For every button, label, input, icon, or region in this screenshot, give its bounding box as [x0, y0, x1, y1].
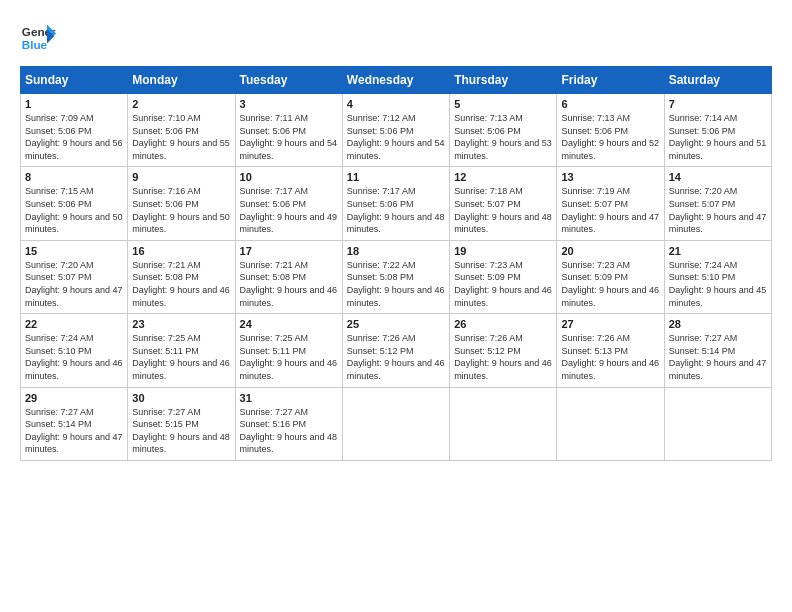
sunrise-label: Sunrise: 7:22 AM — [347, 260, 416, 270]
sunset-label: Sunset: 5:08 PM — [347, 272, 414, 282]
calendar-cell: 12 Sunrise: 7:18 AM Sunset: 5:07 PM Dayl… — [450, 167, 557, 240]
weekday-header-thursday: Thursday — [450, 67, 557, 94]
daylight-label: Daylight: 9 hours and 45 minutes. — [669, 285, 767, 308]
day-info: Sunrise: 7:23 AM Sunset: 5:09 PM Dayligh… — [454, 259, 552, 309]
daylight-label: Daylight: 9 hours and 50 minutes. — [132, 212, 230, 235]
day-info: Sunrise: 7:24 AM Sunset: 5:10 PM Dayligh… — [669, 259, 767, 309]
day-info: Sunrise: 7:11 AM Sunset: 5:06 PM Dayligh… — [240, 112, 338, 162]
sunset-label: Sunset: 5:11 PM — [132, 346, 199, 356]
daylight-label: Daylight: 9 hours and 56 minutes. — [25, 138, 123, 161]
daylight-label: Daylight: 9 hours and 47 minutes. — [25, 285, 123, 308]
sunrise-label: Sunrise: 7:27 AM — [669, 333, 738, 343]
day-number: 6 — [561, 98, 659, 110]
day-number: 19 — [454, 245, 552, 257]
day-number: 15 — [25, 245, 123, 257]
sunset-label: Sunset: 5:07 PM — [25, 272, 92, 282]
calendar-cell: 5 Sunrise: 7:13 AM Sunset: 5:06 PM Dayli… — [450, 94, 557, 167]
daylight-label: Daylight: 9 hours and 51 minutes. — [669, 138, 767, 161]
weekday-header-wednesday: Wednesday — [342, 67, 449, 94]
calendar-cell: 14 Sunrise: 7:20 AM Sunset: 5:07 PM Dayl… — [664, 167, 771, 240]
daylight-label: Daylight: 9 hours and 50 minutes. — [25, 212, 123, 235]
sunrise-label: Sunrise: 7:10 AM — [132, 113, 201, 123]
day-number: 26 — [454, 318, 552, 330]
day-number: 5 — [454, 98, 552, 110]
daylight-label: Daylight: 9 hours and 46 minutes. — [132, 358, 230, 381]
calendar-cell: 21 Sunrise: 7:24 AM Sunset: 5:10 PM Dayl… — [664, 240, 771, 313]
weekday-header-friday: Friday — [557, 67, 664, 94]
day-number: 18 — [347, 245, 445, 257]
sunset-label: Sunset: 5:06 PM — [347, 199, 414, 209]
sunset-label: Sunset: 5:08 PM — [132, 272, 199, 282]
daylight-label: Daylight: 9 hours and 48 minutes. — [132, 432, 230, 455]
day-number: 2 — [132, 98, 230, 110]
sunrise-label: Sunrise: 7:27 AM — [132, 407, 201, 417]
calendar-cell — [342, 387, 449, 460]
day-info: Sunrise: 7:20 AM Sunset: 5:07 PM Dayligh… — [25, 259, 123, 309]
sunset-label: Sunset: 5:06 PM — [240, 199, 307, 209]
daylight-label: Daylight: 9 hours and 48 minutes. — [240, 432, 338, 455]
sunset-label: Sunset: 5:06 PM — [25, 199, 92, 209]
sunset-label: Sunset: 5:06 PM — [454, 126, 521, 136]
day-info: Sunrise: 7:14 AM Sunset: 5:06 PM Dayligh… — [669, 112, 767, 162]
day-info: Sunrise: 7:24 AM Sunset: 5:10 PM Dayligh… — [25, 332, 123, 382]
week-row-4: 22 Sunrise: 7:24 AM Sunset: 5:10 PM Dayl… — [21, 314, 772, 387]
day-info: Sunrise: 7:25 AM Sunset: 5:11 PM Dayligh… — [132, 332, 230, 382]
sunset-label: Sunset: 5:14 PM — [25, 419, 92, 429]
sunrise-label: Sunrise: 7:19 AM — [561, 186, 630, 196]
calendar-cell: 19 Sunrise: 7:23 AM Sunset: 5:09 PM Dayl… — [450, 240, 557, 313]
day-number: 29 — [25, 392, 123, 404]
daylight-label: Daylight: 9 hours and 48 minutes. — [347, 212, 445, 235]
day-info: Sunrise: 7:26 AM Sunset: 5:12 PM Dayligh… — [347, 332, 445, 382]
day-number: 23 — [132, 318, 230, 330]
day-info: Sunrise: 7:25 AM Sunset: 5:11 PM Dayligh… — [240, 332, 338, 382]
calendar-cell: 26 Sunrise: 7:26 AM Sunset: 5:12 PM Dayl… — [450, 314, 557, 387]
weekday-header-tuesday: Tuesday — [235, 67, 342, 94]
sunset-label: Sunset: 5:09 PM — [454, 272, 521, 282]
sunrise-label: Sunrise: 7:14 AM — [669, 113, 738, 123]
calendar-cell — [664, 387, 771, 460]
day-number: 21 — [669, 245, 767, 257]
daylight-label: Daylight: 9 hours and 48 minutes. — [454, 212, 552, 235]
daylight-label: Daylight: 9 hours and 46 minutes. — [347, 358, 445, 381]
calendar-cell: 6 Sunrise: 7:13 AM Sunset: 5:06 PM Dayli… — [557, 94, 664, 167]
day-info: Sunrise: 7:15 AM Sunset: 5:06 PM Dayligh… — [25, 185, 123, 235]
day-info: Sunrise: 7:21 AM Sunset: 5:08 PM Dayligh… — [132, 259, 230, 309]
sunrise-label: Sunrise: 7:27 AM — [240, 407, 309, 417]
day-number: 28 — [669, 318, 767, 330]
sunrise-label: Sunrise: 7:25 AM — [132, 333, 201, 343]
calendar-cell: 13 Sunrise: 7:19 AM Sunset: 5:07 PM Dayl… — [557, 167, 664, 240]
day-info: Sunrise: 7:26 AM Sunset: 5:12 PM Dayligh… — [454, 332, 552, 382]
sunrise-label: Sunrise: 7:25 AM — [240, 333, 309, 343]
day-number: 3 — [240, 98, 338, 110]
day-number: 11 — [347, 171, 445, 183]
day-number: 9 — [132, 171, 230, 183]
sunset-label: Sunset: 5:06 PM — [561, 126, 628, 136]
sunrise-label: Sunrise: 7:15 AM — [25, 186, 94, 196]
calendar-cell — [450, 387, 557, 460]
day-number: 22 — [25, 318, 123, 330]
day-info: Sunrise: 7:13 AM Sunset: 5:06 PM Dayligh… — [454, 112, 552, 162]
calendar-body: 1 Sunrise: 7:09 AM Sunset: 5:06 PM Dayli… — [21, 94, 772, 461]
calendar-cell: 24 Sunrise: 7:25 AM Sunset: 5:11 PM Dayl… — [235, 314, 342, 387]
weekday-header-saturday: Saturday — [664, 67, 771, 94]
sunrise-label: Sunrise: 7:21 AM — [240, 260, 309, 270]
calendar-cell: 3 Sunrise: 7:11 AM Sunset: 5:06 PM Dayli… — [235, 94, 342, 167]
sunset-label: Sunset: 5:07 PM — [561, 199, 628, 209]
daylight-label: Daylight: 9 hours and 46 minutes. — [347, 285, 445, 308]
sunset-label: Sunset: 5:06 PM — [669, 126, 736, 136]
sunset-label: Sunset: 5:09 PM — [561, 272, 628, 282]
day-number: 17 — [240, 245, 338, 257]
calendar-cell: 20 Sunrise: 7:23 AM Sunset: 5:09 PM Dayl… — [557, 240, 664, 313]
day-number: 16 — [132, 245, 230, 257]
sunset-label: Sunset: 5:06 PM — [347, 126, 414, 136]
sunrise-label: Sunrise: 7:12 AM — [347, 113, 416, 123]
sunset-label: Sunset: 5:08 PM — [240, 272, 307, 282]
sunset-label: Sunset: 5:07 PM — [669, 199, 736, 209]
sunrise-label: Sunrise: 7:26 AM — [561, 333, 630, 343]
daylight-label: Daylight: 9 hours and 46 minutes. — [561, 358, 659, 381]
sunset-label: Sunset: 5:14 PM — [669, 346, 736, 356]
sunrise-label: Sunrise: 7:18 AM — [454, 186, 523, 196]
calendar-cell: 7 Sunrise: 7:14 AM Sunset: 5:06 PM Dayli… — [664, 94, 771, 167]
calendar-cell: 31 Sunrise: 7:27 AM Sunset: 5:16 PM Dayl… — [235, 387, 342, 460]
calendar-cell: 30 Sunrise: 7:27 AM Sunset: 5:15 PM Dayl… — [128, 387, 235, 460]
